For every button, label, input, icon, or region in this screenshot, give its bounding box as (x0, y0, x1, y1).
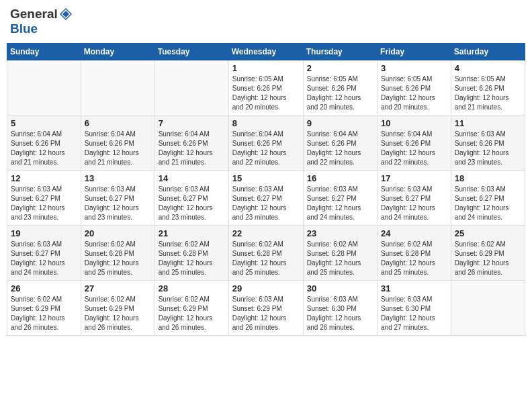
calendar-cell: 5Sunrise: 6:04 AM Sunset: 6:26 PM Daylig… (7, 116, 81, 171)
day-info: Sunrise: 6:03 AM Sunset: 6:27 PM Dayligh… (232, 185, 300, 222)
day-info: Sunrise: 6:02 AM Sunset: 6:28 PM Dayligh… (159, 240, 225, 277)
calendar-cell: 26Sunrise: 6:02 AM Sunset: 6:29 PM Dayli… (7, 281, 81, 336)
calendar-cell: 28Sunrise: 6:02 AM Sunset: 6:29 PM Dayli… (154, 281, 228, 336)
day-info: Sunrise: 6:05 AM Sunset: 6:26 PM Dayligh… (381, 75, 447, 112)
calendar-week-row: 26Sunrise: 6:02 AM Sunset: 6:29 PM Dayli… (7, 281, 525, 336)
day-info: Sunrise: 6:02 AM Sunset: 6:29 PM Dayligh… (11, 295, 77, 332)
logo: General Blue (10, 7, 74, 36)
day-info: Sunrise: 6:02 AM Sunset: 6:29 PM Dayligh… (159, 295, 225, 332)
day-number: 7 (159, 118, 225, 128)
weekday-header-thursday: Thursday (303, 44, 377, 60)
day-info: Sunrise: 6:04 AM Sunset: 6:26 PM Dayligh… (11, 130, 77, 167)
weekday-header-sunday: Sunday (7, 44, 81, 60)
day-info: Sunrise: 6:02 AM Sunset: 6:28 PM Dayligh… (85, 240, 151, 277)
day-number: 13 (85, 173, 151, 183)
day-number: 8 (232, 118, 300, 128)
day-number: 18 (455, 173, 521, 183)
calendar-cell: 24Sunrise: 6:02 AM Sunset: 6:28 PM Dayli… (378, 226, 451, 281)
calendar-cell: 31Sunrise: 6:03 AM Sunset: 6:30 PM Dayli… (378, 281, 451, 336)
day-info: Sunrise: 6:05 AM Sunset: 6:26 PM Dayligh… (232, 75, 300, 112)
calendar-cell: 15Sunrise: 6:03 AM Sunset: 6:27 PM Dayli… (228, 171, 303, 226)
day-number: 17 (381, 173, 447, 183)
calendar-cell (154, 60, 228, 116)
day-info: Sunrise: 6:03 AM Sunset: 6:27 PM Dayligh… (381, 185, 447, 222)
day-info: Sunrise: 6:03 AM Sunset: 6:27 PM Dayligh… (307, 185, 373, 222)
day-number: 23 (307, 228, 373, 238)
calendar-cell: 12Sunrise: 6:03 AM Sunset: 6:27 PM Dayli… (7, 171, 81, 226)
logo-general-text: General (10, 7, 58, 21)
day-info: Sunrise: 6:02 AM Sunset: 6:29 PM Dayligh… (85, 295, 151, 332)
calendar-week-row: 12Sunrise: 6:03 AM Sunset: 6:27 PM Dayli… (7, 171, 525, 226)
page-header: General Blue (7, 7, 525, 36)
logo-blue-text: Blue (10, 21, 38, 36)
weekday-header-friday: Friday (378, 44, 451, 60)
calendar-cell: 23Sunrise: 6:02 AM Sunset: 6:28 PM Dayli… (303, 226, 377, 281)
day-info: Sunrise: 6:02 AM Sunset: 6:29 PM Dayligh… (455, 240, 521, 277)
day-number: 1 (232, 63, 300, 73)
weekday-header-row: SundayMondayTuesdayWednesdayThursdayFrid… (7, 44, 525, 60)
calendar-table: SundayMondayTuesdayWednesdayThursdayFrid… (7, 43, 525, 336)
day-info: Sunrise: 6:04 AM Sunset: 6:26 PM Dayligh… (159, 130, 225, 167)
day-info: Sunrise: 6:04 AM Sunset: 6:26 PM Dayligh… (307, 130, 373, 167)
day-info: Sunrise: 6:05 AM Sunset: 6:26 PM Dayligh… (307, 75, 373, 112)
calendar-cell: 18Sunrise: 6:03 AM Sunset: 6:27 PM Dayli… (451, 171, 525, 226)
day-number: 14 (159, 173, 225, 183)
day-info: Sunrise: 6:03 AM Sunset: 6:27 PM Dayligh… (159, 185, 225, 222)
day-number: 12 (11, 173, 77, 183)
calendar-cell (7, 60, 81, 116)
day-info: Sunrise: 6:02 AM Sunset: 6:28 PM Dayligh… (307, 240, 373, 277)
day-number: 16 (307, 173, 373, 183)
calendar-cell: 2Sunrise: 6:05 AM Sunset: 6:26 PM Daylig… (303, 60, 377, 116)
calendar-week-row: 19Sunrise: 6:03 AM Sunset: 6:27 PM Dayli… (7, 226, 525, 281)
day-number: 20 (85, 228, 151, 238)
day-number: 22 (232, 228, 300, 238)
day-info: Sunrise: 6:03 AM Sunset: 6:30 PM Dayligh… (381, 295, 447, 332)
day-number: 9 (307, 118, 373, 128)
day-number: 26 (11, 283, 77, 293)
calendar-cell: 6Sunrise: 6:04 AM Sunset: 6:26 PM Daylig… (81, 116, 154, 171)
calendar-cell: 22Sunrise: 6:02 AM Sunset: 6:28 PM Dayli… (228, 226, 303, 281)
calendar-cell: 11Sunrise: 6:03 AM Sunset: 6:26 PM Dayli… (451, 116, 525, 171)
day-info: Sunrise: 6:03 AM Sunset: 6:27 PM Dayligh… (85, 185, 151, 222)
weekday-header-wednesday: Wednesday (228, 44, 303, 60)
day-info: Sunrise: 6:03 AM Sunset: 6:26 PM Dayligh… (455, 130, 521, 167)
day-number: 21 (159, 228, 225, 238)
calendar-cell: 25Sunrise: 6:02 AM Sunset: 6:29 PM Dayli… (451, 226, 525, 281)
day-number: 2 (307, 63, 373, 73)
calendar-cell: 16Sunrise: 6:03 AM Sunset: 6:27 PM Dayli… (303, 171, 377, 226)
calendar-cell: 10Sunrise: 6:04 AM Sunset: 6:26 PM Dayli… (378, 116, 451, 171)
day-number: 15 (232, 173, 300, 183)
day-number: 31 (381, 283, 447, 293)
calendar-cell: 30Sunrise: 6:03 AM Sunset: 6:30 PM Dayli… (303, 281, 377, 336)
calendar-cell: 7Sunrise: 6:04 AM Sunset: 6:26 PM Daylig… (154, 116, 228, 171)
weekday-header-monday: Monday (81, 44, 154, 60)
calendar-cell: 14Sunrise: 6:03 AM Sunset: 6:27 PM Dayli… (154, 171, 228, 226)
calendar-cell: 4Sunrise: 6:05 AM Sunset: 6:26 PM Daylig… (451, 60, 525, 116)
day-info: Sunrise: 6:04 AM Sunset: 6:26 PM Dayligh… (232, 130, 300, 167)
day-number: 29 (232, 283, 300, 293)
calendar-cell: 21Sunrise: 6:02 AM Sunset: 6:28 PM Dayli… (154, 226, 228, 281)
day-number: 24 (381, 228, 447, 238)
logo-flag-icon (58, 7, 73, 21)
day-info: Sunrise: 6:02 AM Sunset: 6:28 PM Dayligh… (381, 240, 447, 277)
day-number: 6 (85, 118, 151, 128)
calendar-week-row: 1Sunrise: 6:05 AM Sunset: 6:26 PM Daylig… (7, 60, 525, 116)
day-number: 3 (381, 63, 447, 73)
calendar-cell: 20Sunrise: 6:02 AM Sunset: 6:28 PM Dayli… (81, 226, 154, 281)
day-number: 5 (11, 118, 77, 128)
day-info: Sunrise: 6:04 AM Sunset: 6:26 PM Dayligh… (381, 130, 447, 167)
day-info: Sunrise: 6:03 AM Sunset: 6:27 PM Dayligh… (11, 240, 77, 277)
calendar-cell: 19Sunrise: 6:03 AM Sunset: 6:27 PM Dayli… (7, 226, 81, 281)
calendar-cell: 29Sunrise: 6:03 AM Sunset: 6:29 PM Dayli… (228, 281, 303, 336)
weekday-header-tuesday: Tuesday (154, 44, 228, 60)
day-number: 4 (455, 63, 521, 73)
day-info: Sunrise: 6:03 AM Sunset: 6:27 PM Dayligh… (455, 185, 521, 222)
day-number: 11 (455, 118, 521, 128)
day-number: 10 (381, 118, 447, 128)
calendar-cell: 1Sunrise: 6:05 AM Sunset: 6:26 PM Daylig… (228, 60, 303, 116)
day-info: Sunrise: 6:05 AM Sunset: 6:26 PM Dayligh… (455, 75, 521, 112)
day-number: 25 (455, 228, 521, 238)
day-info: Sunrise: 6:03 AM Sunset: 6:30 PM Dayligh… (307, 295, 373, 332)
calendar-cell: 27Sunrise: 6:02 AM Sunset: 6:29 PM Dayli… (81, 281, 154, 336)
day-info: Sunrise: 6:02 AM Sunset: 6:28 PM Dayligh… (232, 240, 300, 277)
